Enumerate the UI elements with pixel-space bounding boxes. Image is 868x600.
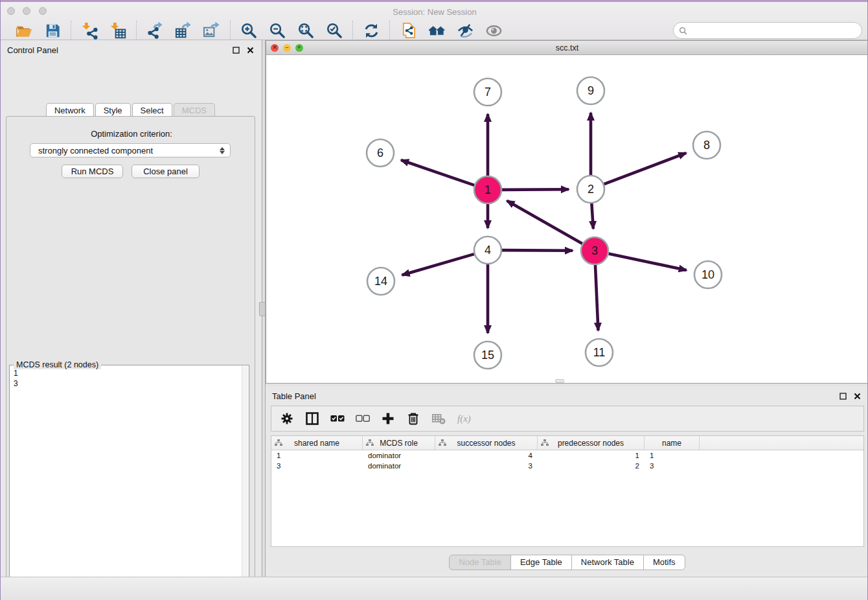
edge-1-2[interactable]: [502, 189, 569, 190]
zoom-in-icon[interactable]: [239, 21, 258, 40]
control-panel-title: Control Panel: [7, 45, 58, 55]
columns-icon[interactable]: [304, 411, 320, 426]
table-panel-header: Table Panel: [266, 386, 868, 406]
cell-predecessor-nodes[interactable]: 1: [538, 452, 645, 459]
control-panel-header: Control Panel: [1, 40, 262, 60]
graph-node-8[interactable]: 8: [693, 132, 720, 159]
edge-4-3[interactable]: [502, 250, 573, 251]
graph-node-3[interactable]: 3: [581, 237, 608, 264]
edge-4-14[interactable]: [402, 254, 474, 275]
open-icon[interactable]: [14, 21, 34, 40]
close-table-panel-icon[interactable]: [852, 391, 862, 401]
column-header-predecessor-nodes[interactable]: predecessor nodes: [538, 436, 645, 450]
cell-MCDS-role[interactable]: dominator: [363, 462, 435, 470]
graph-node-7[interactable]: 7: [474, 78, 501, 106]
home-icon[interactable]: [427, 21, 446, 40]
svg-text:9: 9: [588, 84, 594, 97]
graph-node-14[interactable]: 14: [367, 268, 394, 295]
node-table: shared nameMCDS rolesuccessor nodesprede…: [271, 435, 864, 547]
table-panel: Table Panel f(x) shared nameMCDS rolesuc…: [266, 386, 868, 577]
edge-2-3[interactable]: [591, 203, 593, 229]
destroy-table-icon: [431, 411, 446, 426]
cell-name[interactable]: 3: [645, 462, 700, 470]
cell-MCDS-role[interactable]: dominator: [363, 452, 435, 459]
zoom-fit-icon[interactable]: [296, 21, 315, 40]
cell-predecessor-nodes[interactable]: 2: [538, 462, 645, 470]
import-network-icon[interactable]: [80, 21, 99, 40]
edge-2-8[interactable]: [604, 153, 687, 184]
mcds-result-scrollbar[interactable]: [242, 366, 248, 600]
graph-node-6[interactable]: 6: [367, 139, 394, 167]
tab-edge-table[interactable]: Edge Table: [510, 555, 572, 570]
add-icon[interactable]: [380, 411, 396, 426]
select-all-icon[interactable]: [330, 411, 345, 426]
optimization-criterion-label: Optimization criterion:: [1, 129, 262, 139]
close-panel-icon[interactable]: [245, 45, 255, 55]
mcds-result-text[interactable]: 13: [11, 368, 241, 600]
control-panel: Control Panel NetworkStyleSelectMCDS Opt…: [1, 40, 262, 577]
network-window-titlebar: ✕ – + scc.txt: [266, 41, 868, 55]
table-panel-title: Table Panel: [272, 391, 316, 401]
cell-name[interactable]: 1: [645, 452, 700, 459]
panel-divider-grip[interactable]: [259, 302, 266, 316]
close-panel-button[interactable]: Close panel: [131, 165, 200, 178]
table-row[interactable]: 3dominator323: [271, 461, 863, 471]
cell-successor-nodes[interactable]: 4: [435, 452, 538, 459]
svg-text:4: 4: [485, 244, 491, 257]
graph-node-1[interactable]: 1: [474, 176, 501, 203]
delete-icon[interactable]: [405, 411, 421, 426]
tab-motifs[interactable]: Motifs: [643, 555, 685, 570]
gear-icon[interactable]: [279, 411, 295, 426]
float-panel-icon[interactable]: [231, 45, 241, 55]
cell-successor-nodes[interactable]: 3: [435, 462, 538, 470]
edge-3-10[interactable]: [609, 254, 687, 270]
graph-node-10[interactable]: 10: [694, 261, 722, 288]
optimization-criterion-select[interactable]: strongly connected component: [30, 143, 231, 157]
zoom-out-icon[interactable]: [268, 21, 287, 40]
run-mcds-button[interactable]: Run MCDS: [62, 165, 123, 178]
graph-node-15[interactable]: 15: [474, 341, 501, 369]
unselect-all-icon[interactable]: [355, 411, 371, 426]
duplicate-network-icon[interactable]: [398, 21, 418, 40]
save-icon[interactable]: [43, 21, 62, 40]
edge-3-1[interactable]: [507, 201, 582, 244]
refresh-icon[interactable]: [361, 21, 381, 40]
svg-text:8: 8: [703, 139, 710, 152]
export-table-icon[interactable]: [174, 21, 193, 40]
svg-text:3: 3: [591, 244, 598, 257]
svg-text:1: 1: [485, 183, 491, 196]
edge-1-6[interactable]: [401, 160, 474, 185]
import-table-icon[interactable]: [108, 21, 128, 40]
graph-node-4[interactable]: 4: [474, 237, 501, 264]
mcds-result-box: MCDS result (2 nodes) 13: [9, 365, 249, 600]
application-window: Session: New Session Control Panel: [0, 0, 868, 600]
tab-node-table[interactable]: Node Table: [449, 555, 511, 570]
network-graph-canvas[interactable]: 7968124314101511: [266, 55, 868, 383]
column-header-successor-nodes[interactable]: successor nodes: [435, 436, 538, 450]
float-table-panel-icon[interactable]: [838, 391, 848, 401]
show-style-icon[interactable]: [484, 21, 503, 40]
mcds-result-line: 1: [14, 368, 241, 378]
mcds-result-line: 3: [14, 378, 241, 389]
column-header-MCDS-role[interactable]: MCDS role: [363, 436, 435, 450]
window-title: Session: New Session: [1, 7, 868, 17]
table-row[interactable]: 1dominator411: [271, 450, 863, 461]
hide-style-icon[interactable]: [455, 21, 475, 40]
svg-text:11: 11: [593, 346, 606, 359]
column-header-shared-name[interactable]: shared name: [271, 436, 363, 450]
network-resize-grip[interactable]: [555, 379, 564, 383]
graph-node-2[interactable]: 2: [577, 176, 604, 203]
tab-network-table[interactable]: Network Table: [571, 555, 644, 570]
cell-shared-name[interactable]: 3: [271, 462, 363, 470]
graph-node-11[interactable]: 11: [586, 339, 613, 366]
table-body: 1dominator4113dominator323: [271, 450, 863, 471]
zoom-selected-icon[interactable]: [325, 21, 344, 40]
edge-3-11[interactable]: [595, 265, 599, 330]
search-input[interactable]: [673, 22, 862, 39]
optimization-criterion-value: strongly connected component: [38, 146, 153, 156]
export-image-icon[interactable]: [202, 21, 222, 40]
export-network-icon[interactable]: [145, 21, 165, 40]
column-header-name[interactable]: name: [645, 436, 700, 450]
cell-shared-name[interactable]: 1: [271, 452, 363, 459]
graph-node-9[interactable]: 9: [577, 77, 604, 104]
